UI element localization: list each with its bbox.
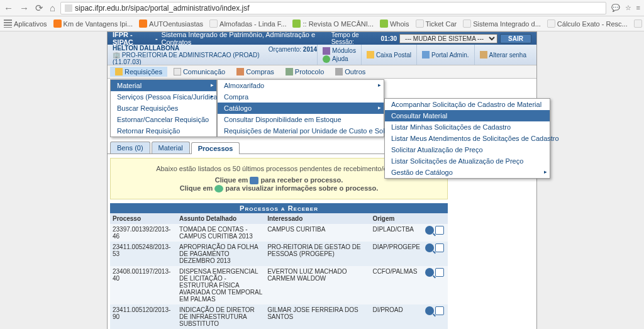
receive-icon [250, 177, 258, 184]
admin-icon [422, 51, 430, 59]
col-assunto: Assunto Detalhado [177, 213, 265, 224]
menu-item-retornar[interactable]: Retornar Requisição [111, 125, 216, 137]
menu-item-estornar[interactable]: Estornar/Cancelar Requisição [111, 114, 216, 125]
back-button[interactable]: ← [4, 3, 13, 14]
menu-item-servicos[interactable]: Serviços (Pessoa Física/Jurídica) [111, 91, 216, 103]
bookmark-item[interactable]: :: Revista O MECÂNI... [292, 20, 373, 28]
view-icon[interactable] [425, 226, 434, 235]
cell-processo: 23411.005120/2013-90 [110, 304, 177, 329]
page-icon [65, 4, 72, 12]
menu-compras[interactable]: Compras [231, 67, 279, 77]
menu-item-solicitar-preco[interactable]: Solicitar Atualização de Preço [385, 144, 550, 155]
home-button[interactable]: ⌂ [50, 3, 55, 14]
table-row: 23411.005120/2013-90INDICAÇÃO DE DIRETOR… [110, 304, 448, 329]
bookmark-item[interactable]: AUTOentusiastas [139, 20, 203, 28]
menu-item-material[interactable]: Material [111, 80, 216, 91]
menu-item-catalogo[interactable]: Catálogo [218, 103, 384, 114]
bookmark-item[interactable]: MED PREV - Encami... [634, 20, 644, 28]
bookmark-icon[interactable]: ☆ [625, 4, 631, 12]
comunicacao-icon [174, 68, 181, 75]
cell-assunto: APROPRIAÇÃO DA FOLHA DE PAGAMENTO DEZEMB… [177, 242, 265, 266]
tab-bens[interactable]: Bens (0) [110, 142, 150, 153]
view-icon[interactable] [425, 268, 434, 277]
receive-icon[interactable] [435, 243, 444, 252]
app-title: IFPR - SIPAC [113, 31, 152, 46]
col-interessado: Interessado [265, 213, 370, 224]
cell-origem: CCFO/PALMAS [370, 266, 423, 304]
portal-admin-link[interactable]: Portal Admin. [422, 51, 469, 59]
url-bar[interactable]: sipac.ifpr.edu.br/sipac/portal_administr… [60, 2, 606, 14]
change-password-link[interactable]: Alterar senha [480, 51, 526, 59]
mail-icon [367, 51, 374, 59]
menu-comunicacao[interactable]: Comunicação [169, 67, 230, 77]
cell-interessado: GILMAR JOSE FERREIRA DOS SANTOS [265, 304, 370, 329]
cell-origem: DIAP/PROGEPE [370, 242, 423, 266]
menu-item-consultar-material[interactable]: Consultar Material [385, 110, 550, 121]
menu-icon[interactable]: ≡ [636, 4, 640, 12]
section-header: Processos a Receber [110, 203, 448, 213]
receive-icon[interactable] [435, 226, 444, 235]
process-table: Processo Assunto Detalhado Interessado O… [110, 213, 448, 329]
menu-requisicoes[interactable]: Requisições [110, 67, 167, 77]
url-text: sipac.ifpr.edu.br/sipac/portal_administr… [75, 4, 249, 13]
cell-processo: 23411.005248/2013-53 [110, 242, 177, 266]
protocolo-icon [286, 68, 293, 75]
view-icon[interactable] [425, 306, 434, 315]
app-subtitle: Sistema Integrado de Patrimônio, Adminis… [162, 31, 331, 46]
cell-origem: DIPLAD/CTBA [370, 224, 423, 242]
cell-interessado: CAMPUS CURITIBA [265, 224, 370, 242]
outros-icon [335, 68, 343, 75]
menubar: Requisições Comunicação Compras Protocol… [108, 65, 536, 79]
bookmark-item[interactable]: Whois [380, 20, 409, 28]
cell-interessado: EVERTON LUIZ MACHADO CARMEM WALDOW [265, 266, 370, 304]
menu-outros[interactable]: Outros [330, 67, 370, 77]
help-link[interactable]: Ajuda [323, 55, 356, 63]
menu-item-almox[interactable]: Almoxarifado [218, 80, 384, 91]
budget-label: Orçamento: [269, 46, 301, 53]
modules-link[interactable]: Módulos [323, 47, 356, 55]
compras-icon [236, 68, 244, 75]
menu-item-listar-preco[interactable]: Listar Solicitações de Atualização de Pr… [385, 155, 550, 167]
session-label: Tempo de Sessão: [331, 31, 379, 45]
cell-processo: 23408.001197/2013-40 [110, 266, 177, 304]
tab-processos[interactable]: Processos [191, 142, 240, 154]
userbar: HELTON DALLABONA 🏢 PRO-REITORIA DE ADMIN… [108, 45, 536, 65]
bookmark-item[interactable]: Ticket Car [416, 20, 457, 28]
inbox-link[interactable]: Caixa Postal [367, 51, 411, 59]
menu-item-disponibilidade[interactable]: Consultar Disponibilidade em Estoque [218, 114, 384, 125]
bookmark-item[interactable]: Sistema Integrado d... [463, 20, 541, 28]
system-select[interactable]: --- MUDAR DE SISTEMA --- [399, 34, 497, 43]
browser-toolbar: ← → ⟳ ⌂ sipac.ifpr.edu.br/sipac/portal_a… [0, 0, 644, 16]
menu-item-listar-atend[interactable]: Listar Meus Atendimentos de Solicitações… [385, 133, 550, 144]
logout-button[interactable]: SAIR [500, 34, 531, 43]
receive-icon[interactable] [435, 306, 444, 315]
menu-item-acompanhar[interactable]: Acompanhar Solicitação de Cadastro de Ma… [385, 99, 550, 110]
bookmark-item[interactable]: Almofadas - Linda F... [209, 20, 286, 28]
menu-item-buscar[interactable]: Buscar Requisições [111, 103, 216, 114]
menu-item-req-unidade[interactable]: Requisições de Material por Unidade de C… [218, 125, 384, 137]
tab-material[interactable]: Material [152, 142, 190, 153]
receive-icon[interactable] [435, 268, 444, 277]
app-window: IFPR - SIPAC - Sistema Integrado de Patr… [107, 31, 537, 329]
reload-button[interactable]: ⟳ [35, 3, 43, 14]
user-name: HELTON DALLABONA [113, 45, 269, 52]
table-row: 23397.001392/2013-46TOMADA DE CONTAS - C… [110, 224, 448, 242]
menu-item-listar-minhas[interactable]: Listar Minhas Solicitações de Cadastro [385, 121, 550, 133]
bookmark-item[interactable]: Cálculo Exato - Resc... [547, 20, 628, 28]
submenu-material: Almoxarifado Compra Catálogo Consultar D… [217, 79, 384, 137]
col-origem: Origem [370, 213, 423, 224]
apps-button[interactable]: Aplicativos [4, 20, 47, 28]
view-icon[interactable] [425, 243, 434, 252]
key-icon [480, 51, 487, 59]
bookmark-item[interactable]: Km de Vantagens Ipi... [53, 20, 133, 28]
menu-item-compra[interactable]: Compra [218, 91, 384, 103]
budget-year: 2014 [303, 46, 317, 53]
forward-button[interactable]: → [19, 3, 29, 14]
col-processo: Processo [110, 213, 177, 224]
chat-icon[interactable]: 💬 [611, 4, 620, 12]
unit-icon: 🏢 [113, 52, 120, 59]
menu-protocolo[interactable]: Protocolo [280, 67, 329, 77]
session-time: 01:30 [381, 35, 397, 42]
table-row: 23411.005248/2013-53APROPRIAÇÃO DA FOLHA… [110, 242, 448, 266]
menu-item-gestao-catalogo[interactable]: Gestão de Catálogo [385, 167, 550, 178]
